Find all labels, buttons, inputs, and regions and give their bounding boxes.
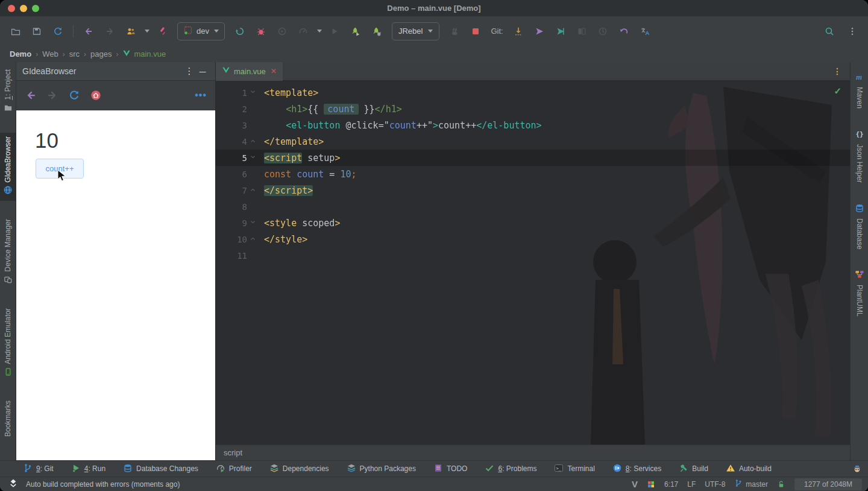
panel-options-kebab-icon[interactable]: ⋮ — [183, 66, 196, 77]
browser-more-icon[interactable]: ••• — [195, 90, 209, 101]
color-grid-plugin-icon[interactable] — [647, 480, 655, 489]
code-line-7[interactable]: 7</script> — [216, 182, 850, 198]
code-line-10[interactable]: 10</style> — [216, 231, 850, 247]
branch-icon — [734, 479, 743, 489]
code-line-1[interactable]: 1<template> — [216, 84, 850, 101]
encoding-widget[interactable]: UTF-8 — [705, 480, 725, 489]
main-menu-kebab-icon[interactable] — [844, 23, 861, 40]
jrebel-selector[interactable]: JRebel — [392, 22, 439, 40]
toolbar-item-auto-build[interactable]: Auto-build — [726, 463, 772, 475]
sync-icon[interactable] — [49, 23, 66, 40]
code-line-11[interactable]: 11 — [216, 247, 850, 264]
toolbar-item-python-packages[interactable]: Python Packages — [347, 463, 416, 475]
toolbar-item-database-changes[interactable]: Database Changes — [123, 463, 198, 475]
git-push-icon[interactable] — [531, 23, 548, 40]
browser-home-icon[interactable] — [87, 87, 104, 104]
profiler-icon[interactable] — [295, 23, 312, 40]
breadcrumb-item-web[interactable]: Web — [42, 49, 58, 59]
tab-options-kebab-icon[interactable]: ⋮ — [833, 66, 841, 76]
toolbar-item-profiler[interactable]: Profiler — [216, 463, 252, 475]
fold-open-icon[interactable] — [250, 220, 258, 227]
screwdriver-icon[interactable] — [154, 23, 171, 40]
editor-breadcrumb-script[interactable]: script — [216, 445, 850, 460]
toolbar-item-dependencies[interactable]: Dependencies — [269, 463, 329, 475]
sidebar-item-bookmarks[interactable]: Bookmarks — [0, 397, 16, 440]
code-area[interactable]: ✓ 1<template>2 <h1>{{ count }}</h1>3 <el… — [216, 81, 850, 445]
detective-plugin-icon[interactable] — [852, 464, 862, 474]
git-diff-icon[interactable] — [573, 23, 590, 40]
git-update-icon[interactable] — [510, 23, 527, 40]
code-line-2[interactable]: 2 <h1>{{ count }}</h1> — [216, 101, 850, 117]
debug-icon[interactable] — [253, 23, 269, 40]
browser-refresh-icon[interactable] — [66, 87, 83, 104]
breadcrumb-item-pages[interactable]: pages — [90, 49, 112, 59]
gutter: 10 — [216, 235, 259, 244]
code-line-3[interactable]: 3 <el-button @click="count++">count++</e… — [216, 117, 850, 133]
navigate-back-icon[interactable] — [80, 23, 97, 40]
sidebar-item-device-manager[interactable]: Device Manager — [0, 215, 16, 290]
code-line-6[interactable]: 6const count = 10; — [216, 166, 850, 182]
translate-icon[interactable]: A — [637, 23, 653, 40]
toolbar-item-run[interactable]: 4: Run — [71, 463, 105, 475]
jrebel-agent-icon[interactable] — [446, 23, 463, 40]
rerun-icon[interactable] — [231, 23, 248, 40]
breadcrumb-item-demo[interactable]: Demo — [10, 49, 31, 59]
vue-devtools-icon[interactable]: V — [632, 479, 638, 489]
fold-open-icon[interactable] — [250, 89, 258, 97]
mouse-cursor — [57, 169, 68, 183]
sidebar-item-project[interactable]: 1: Project — [0, 66, 16, 118]
git-rollback-icon[interactable] — [615, 23, 632, 40]
toolbar-item-git[interactable]: 9: Git — [23, 463, 54, 475]
git-branch-widget[interactable]: master — [734, 479, 768, 489]
breadcrumb-item-main-vue[interactable]: main.vue — [122, 49, 166, 59]
caret-position-widget[interactable]: 6:17 — [664, 480, 678, 489]
jrebel-run-icon[interactable] — [347, 23, 364, 40]
run-disabled-icon[interactable] — [326, 23, 343, 40]
git-commit-icon[interactable] — [552, 23, 569, 40]
browser-forward-icon[interactable] — [44, 87, 61, 104]
window-title: Demo – main.vue [Demo] — [0, 4, 868, 13]
sidebar-item-plantuml[interactable]: PlantUML — [851, 266, 868, 320]
code-line-9[interactable]: 9<style scoped> — [216, 215, 850, 231]
toolbar-item-todo[interactable]: TODO — [433, 463, 467, 475]
run-with-coverage-icon[interactable] — [274, 23, 291, 40]
fold-close-icon[interactable] — [250, 138, 258, 145]
sidebar-item-json-helper[interactable]: {}Json Helper — [851, 125, 868, 186]
jrebel-debug-icon[interactable] — [368, 23, 385, 40]
sidebar-item-android-emulator[interactable]: Android Emulator — [0, 305, 16, 382]
browser-back-icon[interactable] — [22, 87, 39, 104]
tab-close-icon[interactable]: ✕ — [269, 67, 277, 75]
toolbar-item-build[interactable]: Build — [679, 463, 708, 475]
memory-indicator[interactable]: 1277 of 2048M — [794, 478, 862, 490]
run-configuration-selector[interactable]: dev — [177, 22, 225, 40]
sidebar-item-gideabrowser[interactable]: GIdeaBrowser — [0, 133, 16, 201]
search-everywhere-icon[interactable] — [821, 23, 838, 40]
toolbar-item-problems[interactable]: 6: Problems — [485, 463, 536, 475]
breadcrumb-item-src[interactable]: src — [69, 49, 80, 59]
sidebar-item-maven[interactable]: mMaven — [851, 68, 868, 112]
tool-window-label: PlantUML — [855, 285, 864, 317]
open-folder-icon[interactable] — [7, 23, 24, 40]
code-with-me-icon[interactable] — [122, 23, 139, 40]
code-line-4[interactable]: 4</template> — [216, 133, 850, 150]
toolbar-item-terminal[interactable]: >_Terminal — [554, 463, 594, 475]
panel-minimize-icon[interactable]: ─ — [196, 66, 209, 77]
stop-icon[interactable] — [467, 23, 484, 40]
navigate-forward-icon[interactable] — [101, 23, 118, 40]
tab-main-vue[interactable]: main.vue ✕ — [216, 62, 283, 81]
line-number: 11 — [222, 251, 247, 261]
fold-open-icon[interactable] — [250, 154, 258, 162]
fold-close-icon[interactable] — [250, 236, 258, 243]
status-layers-icon[interactable] — [8, 478, 18, 490]
code-line-5[interactable]: 5<script setup> — [216, 150, 850, 166]
code-line-8[interactable]: 8 — [216, 198, 850, 215]
git-history-icon[interactable] — [594, 23, 611, 40]
toolbar-item-services[interactable]: 8: Services — [612, 463, 661, 475]
write-access-lock-icon[interactable] — [777, 480, 785, 489]
sidebar-item-database[interactable]: Database — [851, 200, 868, 253]
fold-close-icon[interactable] — [250, 187, 258, 194]
gideabrowser-toolbar: ••• — [16, 81, 215, 110]
line-ending-widget[interactable]: LF — [687, 480, 696, 489]
code-lines: 1<template>2 <h1>{{ count }}</h1>3 <el-b… — [216, 81, 850, 264]
save-all-icon[interactable] — [28, 23, 45, 40]
